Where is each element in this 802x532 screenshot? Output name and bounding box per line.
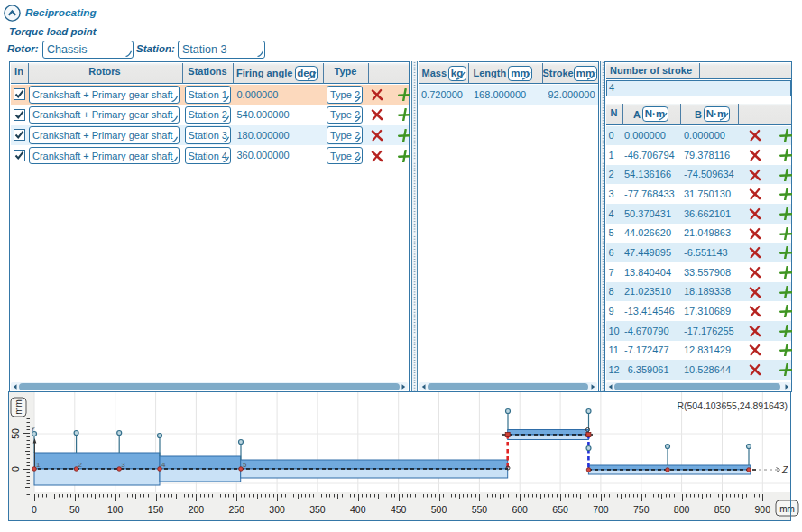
svg-text:650: 650 — [552, 504, 568, 515]
svg-text:mm: mm — [779, 504, 795, 514]
svg-text:50: 50 — [69, 504, 80, 515]
svg-text:600: 600 — [512, 504, 528, 515]
svg-text:800: 800 — [674, 504, 690, 515]
svg-text:0: 0 — [32, 504, 37, 515]
svg-text:mm: mm — [14, 399, 23, 415]
svg-text:850: 850 — [714, 504, 731, 515]
svg-text:1: 1 — [36, 461, 41, 469]
svg-text:50: 50 — [10, 428, 21, 439]
svg-text:550: 550 — [472, 504, 488, 515]
svg-text:100: 100 — [107, 504, 124, 515]
svg-text:0: 0 — [10, 466, 21, 472]
svg-text:500: 500 — [431, 504, 447, 515]
svg-text:900: 900 — [755, 504, 771, 515]
svg-text:300: 300 — [269, 504, 285, 515]
svg-text:R(504.103655,24.891643): R(504.103655,24.891643) — [677, 400, 788, 411]
svg-text:Z: Z — [781, 465, 788, 475]
svg-text:4: 4 — [161, 461, 166, 469]
svg-text:450: 450 — [391, 504, 407, 515]
svg-text:200: 200 — [189, 504, 205, 515]
svg-text:2: 2 — [78, 461, 83, 469]
svg-text:750: 750 — [633, 504, 650, 515]
svg-text:700: 700 — [593, 504, 609, 515]
svg-text:150: 150 — [148, 504, 164, 515]
svg-text:250: 250 — [228, 504, 244, 515]
svg-text:400: 400 — [350, 504, 366, 515]
svg-text:3: 3 — [121, 461, 125, 469]
svg-text:5: 5 — [243, 461, 247, 469]
svg-text:350: 350 — [309, 504, 326, 515]
